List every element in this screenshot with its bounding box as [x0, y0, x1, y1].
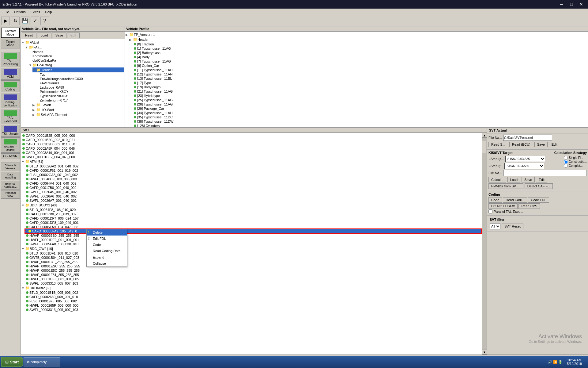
tree-item[interactable]: [9] Option_Car — [133, 63, 587, 68]
list-item[interactable]: CAFD_00003A19_004_004_001 — [21, 151, 481, 155]
parallel-tal-checkbox[interactable] — [488, 209, 492, 213]
vo-read-button[interactable]: Read — [22, 33, 36, 38]
expand-icon[interactable]: ▶ — [32, 103, 36, 107]
detect-caf-button[interactable]: Detect CAF F... — [525, 183, 553, 189]
expand-icon[interactable]: ▼ — [21, 160, 25, 163]
radio-construction-radio[interactable] — [564, 160, 568, 164]
tree-item[interactable]: [19] Bodylength — [133, 85, 587, 89]
tree-item[interactable]: Zeitkriterium=0717 — [40, 98, 124, 102]
tree-item[interactable]: Name= — [29, 50, 124, 54]
expand-icon[interactable]: ▶ — [126, 33, 129, 36]
sidebar-nav-ent-update[interactable]: NAV/ENT-Update — [1, 137, 20, 153]
sidebar-data-handling[interactable]: Data Handling — [1, 172, 20, 180]
tree-item[interactable]: ▶ 📁 SALAPA-Element — [32, 112, 124, 117]
tree-item[interactable]: FAVersion=3 — [40, 81, 124, 85]
tree-item[interactable]: Entwicklungsbaureihe=G030 — [40, 77, 124, 81]
istep-t-select[interactable]: S15A-19-03-535 — [504, 163, 544, 169]
maximize-button[interactable]: □ — [567, 1, 576, 8]
menu-extras[interactable]: Extras — [28, 10, 43, 14]
list-item[interactable]: SWFL_00026A6_001_040_002 — [25, 194, 481, 198]
read-codi-button[interactable]: Read Codi... — [503, 197, 527, 203]
tree-item[interactable]: Typ= — [36, 72, 124, 77]
context-expand[interactable]: Expand — [87, 254, 127, 260]
sidebar-personal-view[interactable]: Personal view — [1, 190, 20, 199]
list-item[interactable]: SWFL_00001BF2_004_045_000 — [21, 155, 481, 159]
tree-item[interactable]: ▶ 📁 HO-Wort — [32, 107, 124, 112]
tree-item[interactable]: [17] Type — [133, 81, 587, 85]
do-not-use-button[interactable]: DO NOT USE!!! — [488, 203, 518, 209]
sidebar-vcm[interactable]: VCM — [1, 68, 20, 80]
tree-item[interactable]: [7] Typschussel_11AG — [133, 59, 587, 63]
tree-item[interactable]: ▶ 📁 E-Wort — [32, 102, 124, 107]
context-delete[interactable]: 1 Delete — [87, 229, 127, 236]
tree-item[interactable]: [4] Body — [133, 55, 587, 59]
menu-file[interactable]: File — [1, 10, 12, 14]
taskbar-app-btn[interactable]: 🖥 completely — [24, 357, 60, 366]
svt-reset-button[interactable]: SVT Reset — [502, 224, 523, 229]
sidebar-obd-cvn[interactable]: OBD-CVN — [1, 153, 20, 159]
context-code[interactable]: Code — [87, 242, 127, 248]
tree-item[interactable]: ▼ 📁 FZAuftrag — [29, 63, 124, 67]
toolbar-btn-1[interactable]: ▶ — [1, 17, 10, 25]
edit-svt-button[interactable]: Edit — [549, 142, 560, 147]
start-button[interactable]: ⊞ Start — [1, 357, 23, 367]
vo-load-button[interactable]: Load — [37, 33, 51, 38]
scroll-down-button[interactable]: ▼ — [482, 350, 487, 355]
tree-item[interactable]: Typschlüssel=JC31 — [40, 94, 124, 98]
read-cps-button[interactable]: Read CPS — [518, 203, 540, 209]
list-item[interactable]: CAFD_00002A8F_004_000_046 — [21, 146, 481, 151]
code-fdl-button[interactable]: Code FDL — [528, 197, 549, 203]
sidebar-coding-verification[interactable]: Coding-Verification — [1, 93, 20, 108]
tree-item[interactable]: [29] Package_Car — [133, 106, 587, 111]
list-item[interactable]: CAFD_00002660_009_001_018 — [25, 295, 481, 299]
tree-item[interactable]: [1] Typschussel_11AG — [133, 46, 587, 51]
sidebar-coding[interactable]: Coding — [1, 80, 20, 92]
expand-icon[interactable]: ▼ — [21, 204, 25, 207]
list-item[interactable]: CAFD_00064V4_001_040_002 — [25, 181, 481, 186]
tree-item[interactable]: [13] Typschussel_11BL — [133, 76, 587, 81]
sidebar-expert-mode[interactable]: Expert Mode — [1, 39, 20, 48]
calcul-button[interactable]: Calcul... — [488, 177, 506, 182]
expand-icon[interactable]: ▼ — [25, 46, 29, 49]
tree-item[interactable]: [28] Typschussel_11AG — [133, 102, 587, 106]
save-svt-button[interactable]: Save — [534, 142, 548, 147]
tree-item[interactable]: [11] Typschussel_11AH — [133, 68, 587, 72]
tree-item[interactable]: [35] Typschussel_11DC — [133, 115, 587, 119]
tree-item[interactable]: Lackcode=0A89 — [40, 85, 124, 90]
menu-help[interactable]: Help — [43, 10, 55, 14]
list-item[interactable]: ▼ 📁 BDC_BODY2 [40] — [21, 203, 481, 208]
scroll-up-button[interactable]: ▲ — [482, 133, 487, 138]
tree-item[interactable]: ▼ 📁 FAList — [21, 40, 124, 45]
list-item[interactable]: HWFL_0000265F_005_000_000 — [25, 303, 481, 308]
vo-save-button[interactable]: Save — [52, 33, 66, 38]
istep-s-select[interactable]: S15A-19-03-535 — [505, 156, 545, 162]
list-item[interactable]: HWAP_00001E5C_255_255_255 — [25, 268, 481, 273]
radio-complet-radio[interactable] — [564, 164, 568, 168]
expand-icon[interactable]: ▼ — [21, 286, 25, 290]
tree-item[interactable]: [25] Typschussel_11AG — [133, 98, 587, 102]
tree-item-selected[interactable]: ▼ 📁 Header — [32, 67, 124, 72]
sidebar-tal-processing[interactable]: TAL-Processing — [1, 52, 20, 67]
close-button[interactable]: ✕ — [577, 1, 586, 8]
list-item[interactable]: SWFL_00026A7_001_040_002 — [25, 198, 481, 203]
list-item[interactable]: CAFD_00001B2D_002_011_058 — [21, 142, 481, 146]
list-item[interactable]: SWFL_00026A5_001_040_002 — [25, 190, 481, 194]
tree-item[interactable]: ▶ 📁 FP_Version: 1 — [126, 32, 587, 37]
list-item[interactable]: HWAP_00001F81_255_255_255 — [25, 273, 481, 277]
tree-item[interactable]: obdCvnSaLaPa — [29, 58, 124, 63]
expand-icon[interactable]: ▶ — [32, 108, 36, 112]
tree-item[interactable]: ▶ 📁 Header — [129, 37, 587, 42]
sidebar-tsl-update[interactable]: TSL-Update — [1, 125, 20, 137]
vo-edit-button[interactable]: Edit — [67, 33, 80, 38]
list-item[interactable]: FLSL_00002GA3_001_040_002 — [25, 173, 481, 177]
list-item[interactable]: CAFD_00001DF8_109_049_001 — [25, 220, 481, 225]
list-item[interactable]: CAFD_00001DF7_006_024_157 — [25, 216, 481, 220]
expand-icon[interactable]: ▼ — [21, 247, 25, 251]
context-edit-fdl[interactable]: 2 Edit FDL — [87, 236, 127, 242]
toolbar-btn-3[interactable]: 💾 — [21, 17, 29, 25]
scroll-track[interactable] — [482, 138, 487, 350]
list-item[interactable]: SWFL_00003313_005_007_103 — [25, 308, 481, 312]
menu-options[interactable]: Options — [12, 10, 28, 14]
context-read-coding[interactable]: Read Coding Data — [87, 248, 127, 254]
kis-save-button[interactable]: Save — [522, 177, 535, 182]
